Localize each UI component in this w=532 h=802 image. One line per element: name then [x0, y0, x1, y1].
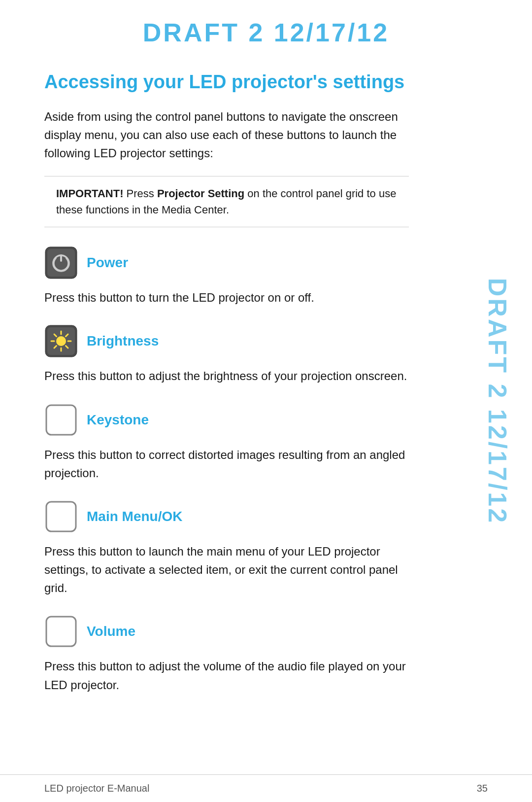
page-header: DRAFT 2 12/17/12	[0, 0, 532, 61]
draft-watermark: DRAFT 2 12/17/12	[483, 278, 512, 524]
svg-rect-16	[46, 502, 76, 531]
feature-label-power: Power	[87, 255, 128, 271]
footer-page-number: 35	[477, 783, 488, 794]
volume-icon	[44, 615, 78, 648]
feature-label-brightness: Brightness	[87, 333, 159, 349]
feature-label-volume: Volume	[87, 624, 135, 639]
feature-header-mainmenu: Main Menu/OK	[44, 500, 409, 533]
feature-description-power: Press this button to turn the LED projec…	[44, 288, 409, 307]
page-container: DRAFT 2 12/17/12 DRAFT 2 12/17/12 Access…	[0, 0, 532, 802]
svg-point-6	[56, 336, 66, 346]
feature-header-brightness: Brightness	[44, 324, 409, 358]
feature-section-keystone: Keystone Press this button to correct di…	[44, 403, 409, 482]
svg-rect-17	[46, 617, 76, 646]
feature-section-brightness: Brightness Press this button to adjust t…	[44, 324, 409, 385]
feature-description-brightness: Press this button to adjust the brightne…	[44, 367, 409, 385]
footer-manual-title: LED projector E-Manual	[44, 783, 149, 794]
important-setting-name: Projector Setting	[157, 187, 244, 200]
mainmenu-icon	[44, 500, 78, 533]
section-heading: Accessing your LED projector's settings	[44, 71, 409, 94]
feature-header-volume: Volume	[44, 615, 409, 648]
feature-description-volume: Press this button to adjust the volume o…	[44, 657, 409, 694]
keystone-icon	[44, 403, 78, 437]
feature-header-keystone: Keystone	[44, 403, 409, 437]
svg-rect-15	[46, 405, 76, 435]
feature-label-keystone: Keystone	[87, 412, 149, 428]
feature-section-mainmenu: Main Menu/OK Press this button to launch…	[44, 500, 409, 597]
important-label: IMPORTANT!	[56, 187, 123, 200]
header-draft-title: DRAFT 2 12/17/12	[143, 18, 389, 47]
svg-rect-1	[47, 249, 75, 277]
brightness-icon	[44, 324, 78, 358]
important-text: IMPORTANT! Press Projector Setting on th…	[56, 185, 397, 218]
power-icon	[44, 246, 78, 279]
feature-description-keystone: Press this button to correct distorted i…	[44, 446, 409, 482]
intro-paragraph: Aside from using the control panel butto…	[44, 107, 409, 163]
important-text-part1: Press	[123, 187, 157, 200]
feature-description-mainmenu: Press this button to launch the main men…	[44, 542, 409, 597]
feature-section-volume: Volume Press this button to adjust the v…	[44, 615, 409, 694]
feature-header-power: Power	[44, 246, 409, 279]
feature-section-power: Power Press this button to turn the LED …	[44, 246, 409, 307]
content-area: Accessing your LED projector's settings …	[0, 61, 453, 741]
page-footer: LED projector E-Manual 35	[0, 774, 532, 802]
feature-label-mainmenu: Main Menu/OK	[87, 509, 182, 524]
important-note-box: IMPORTANT! Press Projector Setting on th…	[44, 176, 409, 227]
